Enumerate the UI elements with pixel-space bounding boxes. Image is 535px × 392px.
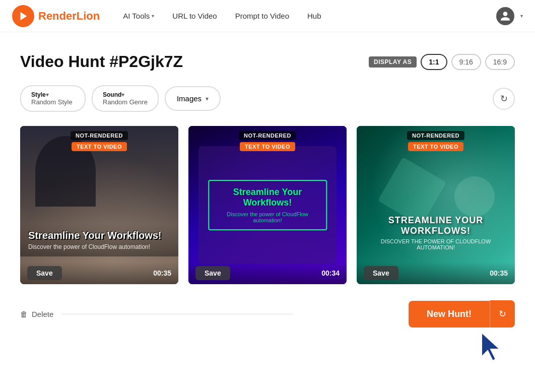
chevron-down-icon: ▾ (121, 91, 124, 98)
card3-subline: DISCOVER THE POWER OF CLOUDFLOW AUTOMATI… (365, 238, 507, 250)
new-hunt-button[interactable]: New Hunt! (409, 301, 490, 328)
card2-text-box: Streamline YourWorkflows! Discover the p… (208, 180, 327, 230)
card2-headline: Streamline YourWorkflows! (217, 187, 318, 208)
refresh-icon: ↻ (499, 308, 506, 319)
delete-divider (61, 314, 293, 314)
trash-icon: 🗑 (20, 310, 28, 318)
delete-label: Delete (32, 310, 53, 318)
sound-filter-value: Random Genre (103, 98, 148, 106)
card3-badge-row: NOT-RENDERED TEXT TO VIDEO (407, 131, 464, 151)
chevron-down-icon: ▾ (46, 91, 49, 98)
ratio-1-1-button[interactable]: 1:1 (421, 54, 447, 70)
nav-prompt-to-video[interactable]: Prompt to Video (228, 8, 296, 24)
logo-text: RenderLion (38, 10, 100, 23)
style-filter-label: Style (31, 91, 46, 98)
video-grid: NOT-RENDERED TEXT TO VIDEO Streamline Yo… (20, 126, 515, 284)
logo-icon (12, 5, 34, 27)
style-filter-value: Random Style (31, 98, 73, 106)
card1-text-overlay: Streamline Your Workflows! Discover the … (20, 224, 178, 256)
filters-row: Style ▾ Random Style Sound ▾ Random Genr… (20, 85, 515, 112)
card1-save-button[interactable]: Save (27, 266, 62, 280)
card2-duration: 00:34 (321, 269, 340, 277)
not-rendered-badge: NOT-RENDERED (71, 131, 128, 140)
refresh-icon: ↻ (500, 93, 508, 104)
card1-bottom-bar: Save 00:35 (20, 262, 178, 284)
text-to-video-badge: TEXT TO VIDEO (72, 142, 127, 151)
title-row: Video Hunt #P2Gjk7Z DISPLAY AS 1:1 9:16 … (20, 52, 515, 71)
card3-duration: 00:35 (490, 269, 508, 277)
chevron-down-icon: ▾ (152, 13, 154, 19)
video-card-1[interactable]: NOT-RENDERED TEXT TO VIDEO Streamline Yo… (20, 126, 178, 284)
card3-save-button[interactable]: Save (364, 266, 398, 280)
user-avatar[interactable] (496, 7, 514, 25)
sound-filter-button[interactable]: Sound ▾ Random Genre (92, 85, 159, 112)
navbar: RenderLion AI Tools ▾ URL to Video Promp… (0, 0, 535, 32)
card2-bottom-bar: Save 00:34 (188, 262, 347, 284)
delete-button[interactable]: 🗑 Delete (20, 305, 53, 323)
user-menu-chevron: ▾ (520, 13, 523, 19)
card2-badge-row: NOT-RENDERED TEXT TO VIDEO (239, 131, 296, 151)
new-hunt-group: New Hunt! ↻ (409, 300, 515, 328)
nav-url-to-video[interactable]: URL to Video (165, 8, 224, 24)
nav-hub[interactable]: Hub (300, 8, 328, 24)
nav-ai-tools[interactable]: AI Tools ▾ (116, 8, 161, 24)
images-filter-label: Images (177, 94, 202, 103)
svg-marker-0 (21, 12, 27, 20)
logo[interactable]: RenderLion (12, 5, 100, 27)
text-to-video-badge: TEXT TO VIDEO (240, 142, 295, 151)
display-as-label: DISPLAY AS (369, 56, 417, 68)
card1-subline: Discover the power of CloudFlow automati… (28, 243, 150, 250)
display-as-group: DISPLAY AS 1:1 9:16 16:9 (369, 54, 515, 70)
card2-save-button[interactable]: Save (195, 266, 230, 280)
main-content: Video Hunt #P2Gjk7Z DISPLAY AS 1:1 9:16 … (0, 32, 535, 348)
video-card-2[interactable]: NOT-RENDERED TEXT TO VIDEO Streamline Yo… (188, 126, 347, 284)
user-icon (500, 11, 511, 22)
ratio-9-16-button[interactable]: 9:16 (451, 54, 481, 70)
nav-right: ▾ (496, 7, 523, 25)
page-title: Video Hunt #P2Gjk7Z (20, 52, 183, 71)
new-hunt-refresh-button[interactable]: ↻ (490, 300, 515, 328)
card2-subline: Discover the power of CloudFlow automati… (217, 211, 318, 223)
refresh-button[interactable]: ↻ (493, 88, 515, 110)
not-rendered-badge: NOT-RENDERED (239, 131, 296, 140)
bottom-row: 🗑 Delete New Hunt! ↻ (20, 300, 515, 328)
card3-headline: STREAMLINE YOUR WORKFLOWS! (365, 215, 507, 236)
card3-text-overlay: STREAMLINE YOUR WORKFLOWS! DISCOVER THE … (357, 209, 515, 256)
sound-filter-label: Sound (103, 91, 121, 98)
card1-headline: Streamline Your Workflows! (28, 230, 162, 241)
not-rendered-badge: NOT-RENDERED (407, 131, 464, 140)
nav-links: AI Tools ▾ URL to Video Prompt to Video … (116, 8, 328, 24)
card1-duration: 00:35 (153, 269, 171, 277)
card3-bottom-bar: Save 00:35 (357, 262, 515, 284)
style-filter-button[interactable]: Style ▾ Random Style (20, 85, 86, 112)
video-card-3[interactable]: NOT-RENDERED TEXT TO VIDEO STREAMLINE YO… (357, 126, 515, 284)
play-icon (18, 11, 29, 22)
images-filter-button[interactable]: Images ▾ (165, 86, 221, 111)
chevron-down-icon: ▾ (206, 95, 209, 102)
text-to-video-badge: TEXT TO VIDEO (408, 142, 463, 151)
card1-badge-row: NOT-RENDERED TEXT TO VIDEO (71, 131, 128, 151)
ratio-16-9-button[interactable]: 16:9 (485, 54, 515, 70)
